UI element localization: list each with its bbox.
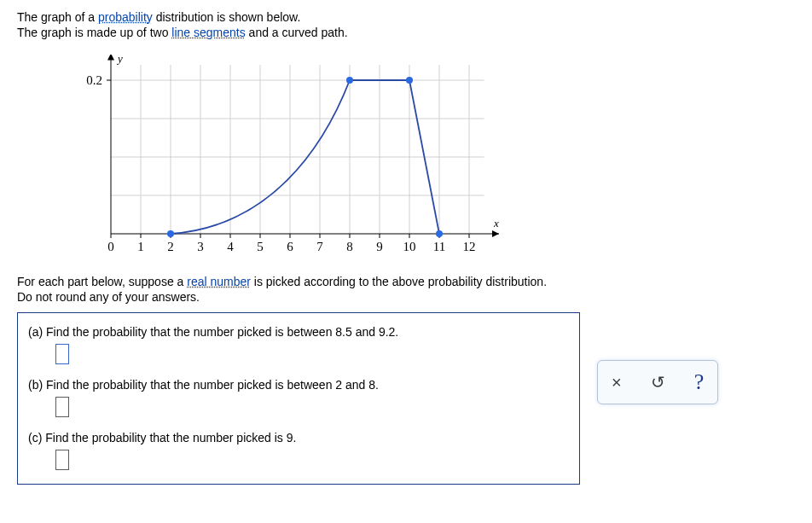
link-real-number[interactable]: real number <box>187 275 251 288</box>
intro-text-1b: distribution is shown below. <box>153 10 301 24</box>
svg-text:9: 9 <box>376 240 383 253</box>
answer-input-a[interactable] <box>55 344 69 364</box>
svg-text:6: 6 <box>287 240 293 253</box>
help-button[interactable]: ? <box>689 368 710 397</box>
instructions: For each part below, suppose a real numb… <box>17 275 795 304</box>
mid-text-1b: is picked according to the above probabi… <box>251 275 547 288</box>
svg-point-52 <box>406 77 413 84</box>
reset-icon: ↺ <box>651 373 665 392</box>
intro-line-2: The graph is made up of two line segment… <box>17 26 795 39</box>
svg-text:11: 11 <box>433 240 445 253</box>
svg-point-51 <box>346 77 353 84</box>
svg-text:4: 4 <box>227 240 234 253</box>
intro-text-2a: The graph is made up of two <box>17 26 171 39</box>
svg-text:0.2: 0.2 <box>86 73 102 87</box>
svg-text:x: x <box>493 217 499 230</box>
link-probability[interactable]: probability <box>98 10 153 24</box>
link-line-segments[interactable]: line segments <box>171 26 245 39</box>
answer-input-c[interactable] <box>55 450 69 470</box>
intro-text-1a: The graph of a <box>17 10 98 24</box>
svg-text:y: y <box>116 55 123 65</box>
intro-text-2b: and a curved path. <box>246 26 348 39</box>
svg-point-53 <box>436 230 443 237</box>
clear-button[interactable]: × <box>606 371 627 394</box>
help-icon: ? <box>694 369 705 394</box>
svg-marker-19 <box>107 55 114 61</box>
svg-text:1: 1 <box>137 240 144 253</box>
question-a-text: (a) Find the probability that the number… <box>28 325 569 339</box>
probability-chart: 01234567891011120.2xy <box>68 55 795 259</box>
question-box: (a) Find the probability that the number… <box>17 312 580 485</box>
svg-text:2: 2 <box>167 240 174 253</box>
svg-text:3: 3 <box>197 240 204 253</box>
intro-line-1: The graph of a probability distribution … <box>17 10 795 24</box>
mid-text-1a: For each part below, suppose a <box>17 275 187 288</box>
answer-input-b[interactable] <box>55 397 69 417</box>
svg-point-50 <box>167 230 174 237</box>
svg-text:8: 8 <box>346 240 353 253</box>
question-c-text: (c) Find the probability that the number… <box>28 431 569 445</box>
reset-button[interactable]: ↺ <box>646 370 670 394</box>
svg-marker-18 <box>492 230 499 237</box>
svg-text:7: 7 <box>316 240 323 253</box>
toolbar-panel: × ↺ ? <box>597 360 718 404</box>
svg-text:12: 12 <box>463 240 476 253</box>
svg-text:5: 5 <box>257 240 264 253</box>
mid-text-2: Do not round any of your answers. <box>17 290 795 304</box>
question-b-text: (b) Find the probability that the number… <box>28 378 569 392</box>
svg-text:0: 0 <box>107 240 114 253</box>
svg-text:10: 10 <box>403 240 416 253</box>
close-icon: × <box>612 373 622 392</box>
